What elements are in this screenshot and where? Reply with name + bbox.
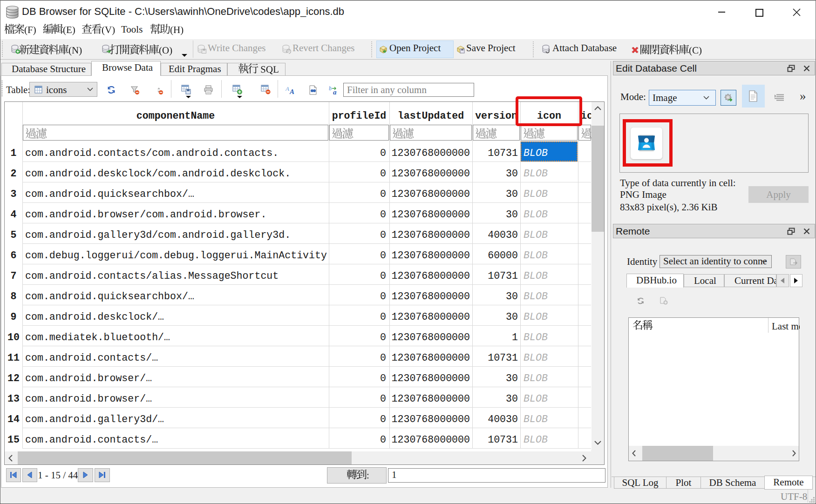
svg-text:a: a: [333, 88, 337, 95]
svg-text:A: A: [286, 85, 289, 92]
svg-text:A: A: [289, 88, 294, 95]
svg-text:b: b: [329, 86, 332, 92]
